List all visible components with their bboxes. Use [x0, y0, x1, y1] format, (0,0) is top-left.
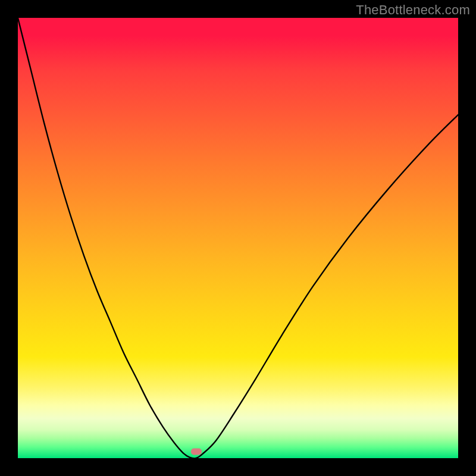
chart-frame: TheBottleneck.com — [0, 0, 476, 476]
watermark-text: TheBottleneck.com — [356, 2, 470, 18]
curve-svg — [18, 18, 458, 458]
bottleneck-curve — [18, 18, 458, 458]
minimum-marker — [191, 448, 202, 455]
plot-area — [18, 18, 458, 458]
